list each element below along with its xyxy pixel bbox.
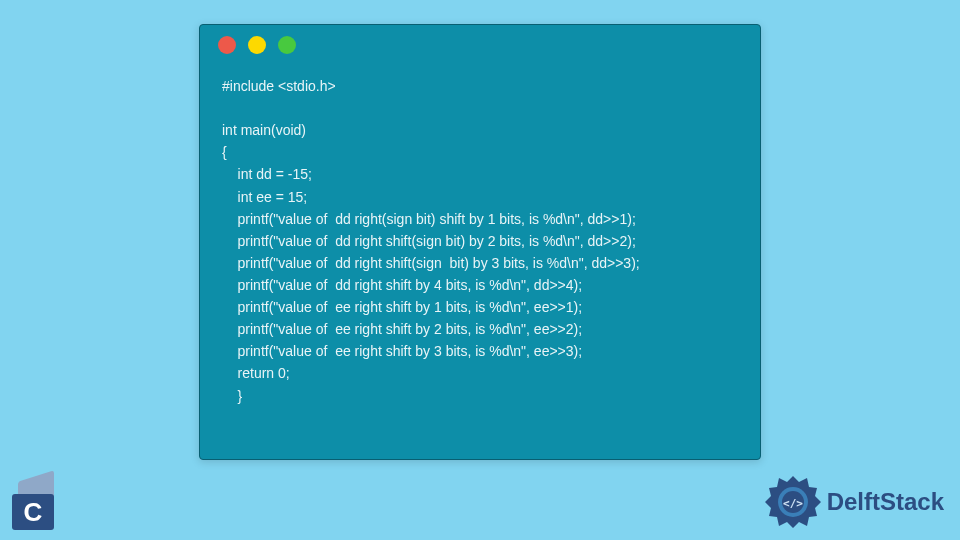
maximize-icon xyxy=(278,36,296,54)
gear-icon: </> xyxy=(765,474,821,530)
minimize-icon xyxy=(248,36,266,54)
code-block: #include <stdio.h> int main(void) { int … xyxy=(200,65,760,425)
close-icon xyxy=(218,36,236,54)
delftstack-label: DelftStack xyxy=(827,488,944,516)
c-letter: C xyxy=(12,494,54,530)
code-window: #include <stdio.h> int main(void) { int … xyxy=(199,24,761,460)
window-titlebar xyxy=(200,25,760,65)
delftstack-logo: </> DelftStack xyxy=(765,474,944,530)
svg-text:</>: </> xyxy=(783,497,803,510)
c-language-logo: C xyxy=(8,476,68,536)
